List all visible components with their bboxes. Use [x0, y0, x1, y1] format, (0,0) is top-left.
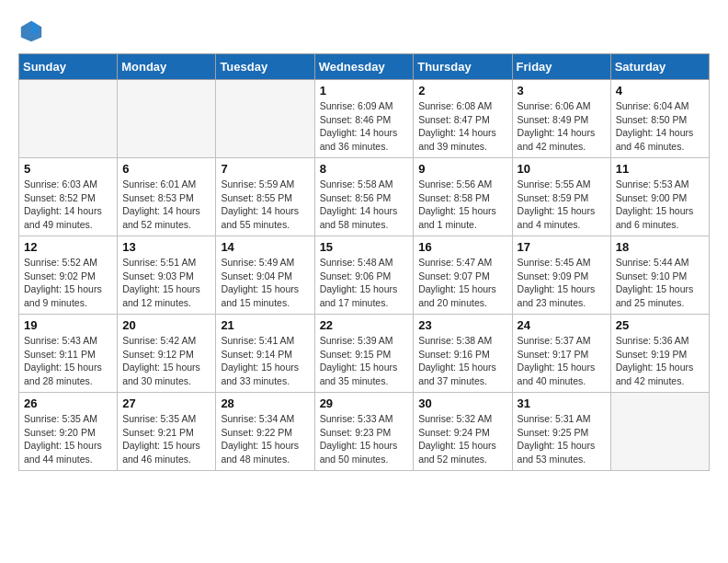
day-number: 23	[418, 318, 506, 332]
day-number: 8	[320, 162, 409, 176]
day-number: 2	[418, 84, 506, 98]
day-info: Sunrise: 5:35 AM Sunset: 9:21 PM Dayligh…	[122, 412, 210, 466]
calendar-day-cell: 10Sunrise: 5:55 AM Sunset: 8:59 PM Dayli…	[512, 158, 610, 236]
calendar-day-cell: 21Sunrise: 5:41 AM Sunset: 9:14 PM Dayli…	[216, 315, 314, 393]
day-number: 20	[122, 318, 210, 332]
calendar-day-cell: 27Sunrise: 5:35 AM Sunset: 9:21 PM Dayli…	[118, 393, 216, 471]
day-number: 6	[122, 162, 210, 176]
day-info: Sunrise: 5:43 AM Sunset: 9:11 PM Dayligh…	[24, 334, 112, 388]
day-number: 30	[418, 396, 506, 410]
calendar-week-row: 12Sunrise: 5:52 AM Sunset: 9:02 PM Dayli…	[19, 236, 710, 315]
calendar-week-row: 5Sunrise: 6:03 AM Sunset: 8:52 PM Daylig…	[19, 158, 710, 236]
day-number: 15	[320, 240, 409, 254]
day-info: Sunrise: 5:44 AM Sunset: 9:10 PM Dayligh…	[616, 256, 704, 310]
day-number: 26	[24, 396, 112, 410]
day-info: Sunrise: 5:51 AM Sunset: 9:03 PM Dayligh…	[122, 256, 210, 310]
day-number: 16	[418, 240, 506, 254]
calendar-day-cell: 4Sunrise: 6:04 AM Sunset: 8:50 PM Daylig…	[610, 80, 709, 158]
calendar-week-row: 1Sunrise: 6:09 AM Sunset: 8:46 PM Daylig…	[19, 80, 710, 158]
day-number: 11	[616, 162, 704, 176]
calendar-day-cell: 20Sunrise: 5:42 AM Sunset: 9:12 PM Dayli…	[118, 315, 216, 393]
day-info: Sunrise: 5:48 AM Sunset: 9:06 PM Dayligh…	[320, 256, 409, 310]
day-number: 5	[24, 162, 112, 176]
calendar-day-cell: 19Sunrise: 5:43 AM Sunset: 9:11 PM Dayli…	[19, 315, 118, 393]
calendar-day-cell: 11Sunrise: 5:53 AM Sunset: 9:00 PM Dayli…	[610, 158, 709, 236]
day-number: 31	[518, 396, 606, 410]
day-info: Sunrise: 6:06 AM Sunset: 8:49 PM Dayligh…	[518, 99, 606, 154]
calendar-table: SundayMondayTuesdayWednesdayThursdayFrid…	[18, 53, 710, 471]
day-number: 10	[518, 162, 606, 176]
day-info: Sunrise: 5:56 AM Sunset: 8:58 PM Dayligh…	[418, 178, 506, 232]
day-info: Sunrise: 5:52 AM Sunset: 9:02 PM Dayligh…	[24, 256, 112, 310]
logo	[18, 18, 48, 44]
day-number: 25	[616, 318, 704, 332]
day-number: 29	[320, 396, 409, 410]
day-info: Sunrise: 5:59 AM Sunset: 8:55 PM Dayligh…	[221, 178, 309, 232]
calendar-day-cell: 28Sunrise: 5:34 AM Sunset: 9:22 PM Dayli…	[216, 393, 314, 471]
calendar-day-cell: 1Sunrise: 6:09 AM Sunset: 8:46 PM Daylig…	[314, 80, 414, 158]
day-info: Sunrise: 5:38 AM Sunset: 9:16 PM Dayligh…	[418, 334, 506, 388]
day-number: 22	[320, 318, 409, 332]
calendar-day-cell: 26Sunrise: 5:35 AM Sunset: 9:20 PM Dayli…	[19, 393, 118, 471]
calendar-day-cell: 2Sunrise: 6:08 AM Sunset: 8:47 PM Daylig…	[414, 80, 512, 158]
day-number: 28	[221, 396, 309, 410]
day-number: 14	[221, 240, 309, 254]
weekday-header: Saturday	[610, 54, 709, 80]
weekday-header: Tuesday	[216, 54, 314, 80]
weekday-header: Wednesday	[314, 54, 414, 80]
day-info: Sunrise: 5:36 AM Sunset: 9:19 PM Dayligh…	[616, 334, 704, 388]
day-info: Sunrise: 6:01 AM Sunset: 8:53 PM Dayligh…	[122, 178, 210, 232]
calendar-day-cell: 13Sunrise: 5:51 AM Sunset: 9:03 PM Dayli…	[118, 236, 216, 315]
logo-icon	[18, 18, 44, 44]
day-info: Sunrise: 5:53 AM Sunset: 9:00 PM Dayligh…	[616, 178, 704, 232]
calendar-day-cell: 25Sunrise: 5:36 AM Sunset: 9:19 PM Dayli…	[610, 315, 709, 393]
calendar-day-cell: 15Sunrise: 5:48 AM Sunset: 9:06 PM Dayli…	[314, 236, 414, 315]
weekday-header: Friday	[512, 54, 610, 80]
weekday-header: Thursday	[414, 54, 512, 80]
calendar-day-cell: 30Sunrise: 5:32 AM Sunset: 9:24 PM Dayli…	[414, 393, 512, 471]
day-number: 17	[518, 240, 606, 254]
day-number: 19	[24, 318, 112, 332]
day-info: Sunrise: 6:04 AM Sunset: 8:50 PM Dayligh…	[616, 99, 704, 154]
day-number: 18	[616, 240, 704, 254]
calendar-week-row: 19Sunrise: 5:43 AM Sunset: 9:11 PM Dayli…	[19, 315, 710, 393]
day-info: Sunrise: 5:31 AM Sunset: 9:25 PM Dayligh…	[518, 412, 606, 466]
day-info: Sunrise: 5:37 AM Sunset: 9:17 PM Dayligh…	[518, 334, 606, 388]
calendar-day-cell: 14Sunrise: 5:49 AM Sunset: 9:04 PM Dayli…	[216, 236, 314, 315]
calendar-day-cell: 9Sunrise: 5:56 AM Sunset: 8:58 PM Daylig…	[414, 158, 512, 236]
calendar-day-cell: 7Sunrise: 5:59 AM Sunset: 8:55 PM Daylig…	[216, 158, 314, 236]
calendar-day-cell	[610, 393, 709, 471]
calendar-day-cell	[19, 80, 118, 158]
day-info: Sunrise: 5:33 AM Sunset: 9:23 PM Dayligh…	[320, 412, 409, 466]
day-number: 7	[221, 162, 309, 176]
calendar-header-row: SundayMondayTuesdayWednesdayThursdayFrid…	[19, 54, 710, 80]
calendar-day-cell	[118, 80, 216, 158]
calendar-day-cell: 5Sunrise: 6:03 AM Sunset: 8:52 PM Daylig…	[19, 158, 118, 236]
day-info: Sunrise: 5:32 AM Sunset: 9:24 PM Dayligh…	[418, 412, 506, 466]
day-number: 21	[221, 318, 309, 332]
day-info: Sunrise: 5:58 AM Sunset: 8:56 PM Dayligh…	[320, 178, 409, 232]
calendar-day-cell: 16Sunrise: 5:47 AM Sunset: 9:07 PM Dayli…	[414, 236, 512, 315]
calendar-day-cell: 17Sunrise: 5:45 AM Sunset: 9:09 PM Dayli…	[512, 236, 610, 315]
weekday-header: Monday	[118, 54, 216, 80]
calendar-day-cell: 29Sunrise: 5:33 AM Sunset: 9:23 PM Dayli…	[314, 393, 414, 471]
day-info: Sunrise: 5:47 AM Sunset: 9:07 PM Dayligh…	[418, 256, 506, 310]
day-number: 24	[518, 318, 606, 332]
day-number: 4	[616, 84, 704, 98]
calendar-day-cell	[216, 80, 314, 158]
day-info: Sunrise: 5:45 AM Sunset: 9:09 PM Dayligh…	[518, 256, 606, 310]
calendar-day-cell: 8Sunrise: 5:58 AM Sunset: 8:56 PM Daylig…	[314, 158, 414, 236]
day-number: 27	[122, 396, 210, 410]
day-info: Sunrise: 6:09 AM Sunset: 8:46 PM Dayligh…	[320, 99, 409, 154]
day-number: 1	[320, 84, 409, 98]
day-info: Sunrise: 5:34 AM Sunset: 9:22 PM Dayligh…	[221, 412, 309, 466]
day-info: Sunrise: 5:42 AM Sunset: 9:12 PM Dayligh…	[122, 334, 210, 388]
day-info: Sunrise: 5:39 AM Sunset: 9:15 PM Dayligh…	[320, 334, 409, 388]
page-header	[18, 18, 710, 44]
day-info: Sunrise: 5:49 AM Sunset: 9:04 PM Dayligh…	[221, 256, 309, 310]
calendar-day-cell: 22Sunrise: 5:39 AM Sunset: 9:15 PM Dayli…	[314, 315, 414, 393]
day-info: Sunrise: 5:35 AM Sunset: 9:20 PM Dayligh…	[24, 412, 112, 466]
day-info: Sunrise: 5:55 AM Sunset: 8:59 PM Dayligh…	[518, 178, 606, 232]
day-number: 13	[122, 240, 210, 254]
calendar-day-cell: 3Sunrise: 6:06 AM Sunset: 8:49 PM Daylig…	[512, 80, 610, 158]
